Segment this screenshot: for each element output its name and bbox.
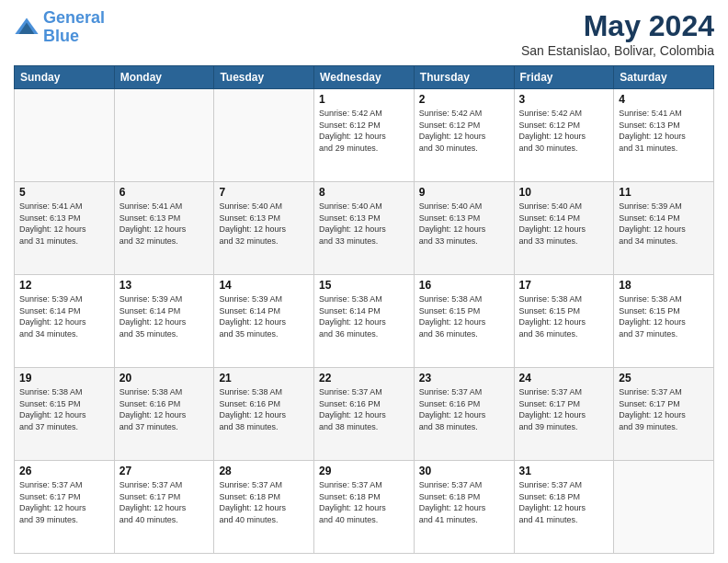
table-row: 10Sunrise: 5:40 AM Sunset: 6:14 PM Dayli… bbox=[514, 182, 614, 275]
day-number: 6 bbox=[119, 186, 210, 199]
header: General Blue May 2024 San Estanislao, Bo… bbox=[14, 9, 714, 58]
day-info: Sunrise: 5:38 AM Sunset: 6:16 PM Dayligh… bbox=[219, 386, 309, 432]
day-info: Sunrise: 5:37 AM Sunset: 6:18 PM Dayligh… bbox=[419, 479, 509, 525]
table-row: 6Sunrise: 5:41 AM Sunset: 6:13 PM Daylig… bbox=[114, 182, 214, 275]
table-row: 31Sunrise: 5:37 AM Sunset: 6:18 PM Dayli… bbox=[514, 461, 614, 554]
title-section: May 2024 San Estanislao, Bolivar, Colomb… bbox=[521, 9, 714, 58]
table-row: 28Sunrise: 5:37 AM Sunset: 6:18 PM Dayli… bbox=[214, 461, 314, 554]
table-row: 21Sunrise: 5:38 AM Sunset: 6:16 PM Dayli… bbox=[214, 368, 314, 461]
day-info: Sunrise: 5:42 AM Sunset: 6:12 PM Dayligh… bbox=[519, 108, 609, 154]
col-sunday: Sunday bbox=[15, 66, 115, 89]
table-row bbox=[614, 461, 714, 554]
table-row: 15Sunrise: 5:38 AM Sunset: 6:14 PM Dayli… bbox=[314, 275, 415, 368]
table-row: 16Sunrise: 5:38 AM Sunset: 6:15 PM Dayli… bbox=[414, 275, 514, 368]
day-info: Sunrise: 5:37 AM Sunset: 6:18 PM Dayligh… bbox=[219, 479, 309, 525]
day-number: 2 bbox=[419, 93, 509, 106]
table-row bbox=[214, 89, 314, 182]
day-number: 3 bbox=[519, 93, 609, 106]
day-info: Sunrise: 5:37 AM Sunset: 6:17 PM Dayligh… bbox=[519, 386, 609, 432]
table-row: 30Sunrise: 5:37 AM Sunset: 6:18 PM Dayli… bbox=[414, 461, 514, 554]
day-number: 5 bbox=[19, 186, 109, 199]
day-number: 30 bbox=[419, 465, 509, 477]
day-number: 14 bbox=[219, 279, 309, 292]
day-info: Sunrise: 5:40 AM Sunset: 6:14 PM Dayligh… bbox=[519, 201, 609, 247]
day-info: Sunrise: 5:41 AM Sunset: 6:13 PM Dayligh… bbox=[119, 201, 210, 247]
day-number: 9 bbox=[419, 186, 509, 199]
day-info: Sunrise: 5:40 AM Sunset: 6:13 PM Dayligh… bbox=[419, 201, 509, 247]
day-info: Sunrise: 5:37 AM Sunset: 6:16 PM Dayligh… bbox=[319, 386, 409, 432]
day-info: Sunrise: 5:38 AM Sunset: 6:14 PM Dayligh… bbox=[319, 293, 409, 339]
calendar-header-row: Sunday Monday Tuesday Wednesday Thursday… bbox=[15, 66, 714, 89]
day-number: 27 bbox=[119, 465, 210, 477]
day-number: 28 bbox=[219, 465, 309, 477]
page: General Blue May 2024 San Estanislao, Bo… bbox=[0, 0, 728, 563]
day-info: Sunrise: 5:37 AM Sunset: 6:17 PM Dayligh… bbox=[619, 386, 709, 432]
table-row: 17Sunrise: 5:38 AM Sunset: 6:15 PM Dayli… bbox=[514, 275, 614, 368]
day-number: 31 bbox=[519, 465, 609, 477]
day-info: Sunrise: 5:39 AM Sunset: 6:14 PM Dayligh… bbox=[19, 293, 109, 339]
table-row: 7Sunrise: 5:40 AM Sunset: 6:13 PM Daylig… bbox=[214, 182, 314, 275]
day-number: 22 bbox=[319, 372, 409, 385]
day-info: Sunrise: 5:39 AM Sunset: 6:14 PM Dayligh… bbox=[219, 293, 309, 339]
table-row: 25Sunrise: 5:37 AM Sunset: 6:17 PM Dayli… bbox=[614, 368, 714, 461]
day-number: 8 bbox=[319, 186, 409, 199]
logo-icon bbox=[14, 15, 40, 40]
table-row: 5Sunrise: 5:41 AM Sunset: 6:13 PM Daylig… bbox=[15, 182, 115, 275]
day-info: Sunrise: 5:40 AM Sunset: 6:13 PM Dayligh… bbox=[319, 201, 409, 247]
calendar-week-row: 26Sunrise: 5:37 AM Sunset: 6:17 PM Dayli… bbox=[15, 461, 714, 554]
table-row: 24Sunrise: 5:37 AM Sunset: 6:17 PM Dayli… bbox=[514, 368, 614, 461]
day-number: 29 bbox=[319, 465, 409, 477]
table-row: 2Sunrise: 5:42 AM Sunset: 6:12 PM Daylig… bbox=[414, 89, 514, 182]
day-number: 19 bbox=[19, 372, 109, 385]
table-row: 13Sunrise: 5:39 AM Sunset: 6:14 PM Dayli… bbox=[114, 275, 214, 368]
day-info: Sunrise: 5:38 AM Sunset: 6:16 PM Dayligh… bbox=[119, 386, 210, 432]
day-info: Sunrise: 5:42 AM Sunset: 6:12 PM Dayligh… bbox=[319, 108, 409, 154]
day-info: Sunrise: 5:39 AM Sunset: 6:14 PM Dayligh… bbox=[619, 201, 709, 247]
table-row: 29Sunrise: 5:37 AM Sunset: 6:18 PM Dayli… bbox=[314, 461, 415, 554]
day-info: Sunrise: 5:37 AM Sunset: 6:18 PM Dayligh… bbox=[319, 479, 409, 525]
col-wednesday: Wednesday bbox=[314, 66, 415, 89]
table-row: 4Sunrise: 5:41 AM Sunset: 6:13 PM Daylig… bbox=[614, 89, 714, 182]
table-row: 14Sunrise: 5:39 AM Sunset: 6:14 PM Dayli… bbox=[214, 275, 314, 368]
day-number: 21 bbox=[219, 372, 309, 385]
logo: General Blue bbox=[14, 9, 105, 46]
day-number: 1 bbox=[319, 93, 409, 106]
day-info: Sunrise: 5:38 AM Sunset: 6:15 PM Dayligh… bbox=[19, 386, 109, 432]
day-info: Sunrise: 5:37 AM Sunset: 6:16 PM Dayligh… bbox=[419, 386, 509, 432]
day-number: 10 bbox=[519, 186, 609, 199]
col-thursday: Thursday bbox=[414, 66, 514, 89]
day-number: 24 bbox=[519, 372, 609, 385]
table-row: 9Sunrise: 5:40 AM Sunset: 6:13 PM Daylig… bbox=[414, 182, 514, 275]
day-info: Sunrise: 5:37 AM Sunset: 6:17 PM Dayligh… bbox=[19, 479, 109, 525]
table-row: 26Sunrise: 5:37 AM Sunset: 6:17 PM Dayli… bbox=[15, 461, 115, 554]
col-tuesday: Tuesday bbox=[214, 66, 314, 89]
table-row: 20Sunrise: 5:38 AM Sunset: 6:16 PM Dayli… bbox=[114, 368, 214, 461]
day-info: Sunrise: 5:38 AM Sunset: 6:15 PM Dayligh… bbox=[419, 293, 509, 339]
day-number: 4 bbox=[619, 93, 709, 106]
table-row: 1Sunrise: 5:42 AM Sunset: 6:12 PM Daylig… bbox=[314, 89, 415, 182]
table-row bbox=[114, 89, 214, 182]
day-info: Sunrise: 5:42 AM Sunset: 6:12 PM Dayligh… bbox=[419, 108, 509, 154]
col-saturday: Saturday bbox=[614, 66, 714, 89]
day-number: 11 bbox=[619, 186, 709, 199]
table-row: 3Sunrise: 5:42 AM Sunset: 6:12 PM Daylig… bbox=[514, 89, 614, 182]
table-row: 11Sunrise: 5:39 AM Sunset: 6:14 PM Dayli… bbox=[614, 182, 714, 275]
month-title: May 2024 bbox=[521, 9, 714, 43]
day-info: Sunrise: 5:41 AM Sunset: 6:13 PM Dayligh… bbox=[619, 108, 709, 154]
calendar-week-row: 1Sunrise: 5:42 AM Sunset: 6:12 PM Daylig… bbox=[15, 89, 714, 182]
day-number: 17 bbox=[519, 279, 609, 292]
table-row: 12Sunrise: 5:39 AM Sunset: 6:14 PM Dayli… bbox=[15, 275, 115, 368]
day-info: Sunrise: 5:37 AM Sunset: 6:18 PM Dayligh… bbox=[519, 479, 609, 525]
subtitle: San Estanislao, Bolivar, Colombia bbox=[521, 43, 714, 58]
day-number: 20 bbox=[119, 372, 210, 385]
day-number: 7 bbox=[219, 186, 309, 199]
table-row: 18Sunrise: 5:38 AM Sunset: 6:15 PM Dayli… bbox=[614, 275, 714, 368]
calendar-week-row: 19Sunrise: 5:38 AM Sunset: 6:15 PM Dayli… bbox=[15, 368, 714, 461]
day-info: Sunrise: 5:41 AM Sunset: 6:13 PM Dayligh… bbox=[19, 201, 109, 247]
day-number: 26 bbox=[19, 465, 109, 477]
col-friday: Friday bbox=[514, 66, 614, 89]
table-row: 22Sunrise: 5:37 AM Sunset: 6:16 PM Dayli… bbox=[314, 368, 415, 461]
table-row: 19Sunrise: 5:38 AM Sunset: 6:15 PM Dayli… bbox=[15, 368, 115, 461]
logo-text: General Blue bbox=[43, 9, 105, 46]
col-monday: Monday bbox=[114, 66, 214, 89]
